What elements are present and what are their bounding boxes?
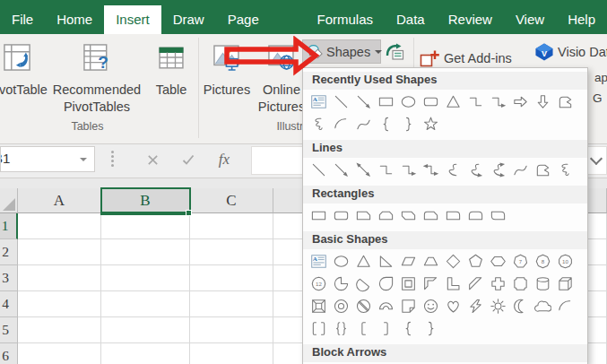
donut-icon[interactable] [330, 295, 352, 317]
arrow-right-icon[interactable] [509, 91, 532, 113]
text-box-icon[interactable]: A [308, 91, 330, 113]
left-brace-icon[interactable] [375, 113, 397, 135]
bevel-icon[interactable] [308, 295, 330, 317]
plaque-icon[interactable] [509, 273, 532, 295]
round-same-side-corner-rectangle-icon[interactable] [464, 204, 487, 227]
sun-icon[interactable] [487, 295, 509, 317]
decagon-icon[interactable]: 10 [554, 250, 577, 273]
line-arrow-double-icon[interactable] [352, 159, 375, 181]
lightning-bolt-icon[interactable] [464, 295, 487, 317]
elbow-double-arrow-connector-icon[interactable] [420, 159, 442, 181]
no-symbol-icon[interactable] [352, 295, 375, 317]
tab-file[interactable]: File [0, 5, 45, 34]
dodecagon-icon[interactable]: 12 [308, 273, 330, 295]
tab-help[interactable]: Help [556, 5, 607, 34]
right-bracket-icon[interactable] [375, 317, 397, 340]
regular-pentagon-icon[interactable] [464, 250, 487, 273]
column-header-A[interactable]: A [18, 188, 101, 213]
online-pictures-button[interactable]: Online Pictures [254, 39, 309, 116]
pictures-button[interactable]: Pictures [201, 39, 253, 99]
star-5-points-icon[interactable] [420, 113, 442, 135]
cell-A3[interactable] [18, 265, 101, 291]
line-icon[interactable] [330, 91, 352, 113]
enter-button[interactable] [176, 148, 201, 171]
cell-B5[interactable] [101, 317, 190, 343]
heptagon-icon[interactable]: 7 [509, 250, 532, 273]
tab-home[interactable]: Home [45, 5, 104, 34]
curved-arrow-connector-icon[interactable] [464, 159, 487, 181]
scribble-icon[interactable] [308, 113, 330, 135]
round-single-corner-rectangle-icon[interactable] [442, 204, 464, 227]
cell-C5[interactable] [190, 317, 273, 343]
elbow-arrow-connector-icon[interactable] [487, 91, 509, 113]
arc-icon[interactable] [330, 113, 352, 135]
snip-and-round-single-corner-rectangle-icon[interactable] [420, 204, 442, 227]
pie-icon[interactable] [330, 273, 352, 295]
curve-icon[interactable] [509, 159, 532, 181]
insert-function-button[interactable]: fx [212, 148, 237, 171]
rectangle-icon[interactable] [308, 204, 330, 227]
text-box-icon[interactable]: A [308, 250, 330, 273]
column-header-C[interactable]: C [190, 188, 273, 213]
cell-C2[interactable] [190, 239, 273, 265]
cell-B6[interactable] [101, 343, 190, 364]
row-header-4[interactable]: 4 [0, 291, 18, 317]
rectangle-icon[interactable] [375, 91, 397, 113]
round-diagonal-corner-rectangle-icon[interactable] [487, 204, 509, 227]
line-icon[interactable] [308, 159, 330, 181]
smiley-face-icon[interactable] [420, 295, 442, 317]
formula-bar-grip[interactable] [111, 151, 114, 167]
right-brace-icon[interactable] [420, 317, 442, 340]
get-addins-button[interactable]: Get Add-ins [420, 48, 512, 68]
cancel-button[interactable] [140, 148, 165, 171]
chord-icon[interactable] [352, 273, 375, 295]
tab-formulas[interactable]: Formulas [306, 5, 386, 34]
cell-C3[interactable] [190, 265, 273, 291]
folded-corner-icon[interactable] [397, 295, 420, 317]
cell-A5[interactable] [18, 317, 101, 343]
row-header-6[interactable]: 6 [0, 343, 18, 364]
trapezoid-icon[interactable] [420, 250, 442, 273]
freeform-icon[interactable] [532, 159, 554, 181]
tab-insert[interactable]: Insert [104, 5, 161, 34]
fill-handle[interactable] [186, 210, 192, 216]
selected-cell-B1[interactable] [100, 187, 191, 215]
pivottable-button[interactable]: PivotTable [0, 39, 47, 99]
rounded-rectangle-icon[interactable] [330, 204, 352, 227]
diagonal-stripe-icon[interactable] [464, 273, 487, 295]
cell-A2[interactable] [18, 239, 101, 265]
cell-A4[interactable] [18, 291, 101, 317]
moon-icon[interactable] [509, 295, 532, 317]
half-frame-icon[interactable] [420, 273, 442, 295]
can-icon[interactable] [532, 273, 554, 295]
snip-same-side-corner-rectangle-icon[interactable] [375, 204, 397, 227]
tab-view[interactable]: View [504, 5, 556, 34]
shapes-button[interactable]: Shapes [302, 39, 381, 64]
cell-B4[interactable] [101, 291, 190, 317]
cell-B1[interactable] [101, 213, 190, 239]
name-box[interactable]: B1 [0, 146, 95, 172]
curved-double-arrow-connector-icon[interactable] [487, 159, 509, 181]
snip-single-corner-rectangle-icon[interactable] [352, 204, 375, 227]
diamond-icon[interactable] [442, 250, 464, 273]
line-arrow-icon[interactable] [352, 91, 375, 113]
block-arc-icon[interactable] [375, 295, 397, 317]
line-arrow-icon[interactable] [330, 159, 352, 181]
left-bracket-icon[interactable] [352, 317, 375, 340]
recommended-pivottables-button[interactable]: ? Recommended PivotTables [47, 39, 147, 116]
row-header-3[interactable]: 3 [0, 265, 18, 291]
chevron-down-icon[interactable] [80, 158, 87, 161]
oval-icon[interactable] [330, 250, 352, 273]
cell-B2[interactable] [101, 239, 190, 265]
arc-icon[interactable] [554, 295, 577, 317]
right-triangle-icon[interactable] [375, 250, 397, 273]
curved-connector-icon[interactable] [442, 159, 464, 181]
row-header-2[interactable]: 2 [0, 239, 18, 265]
cube-icon[interactable] [554, 273, 577, 295]
cell-A1[interactable] [18, 213, 101, 239]
heart-icon[interactable] [442, 295, 464, 317]
scribble-icon[interactable] [554, 159, 577, 181]
elbow-arrow-connector-icon[interactable] [397, 159, 420, 181]
right-brace-icon[interactable] [397, 113, 420, 135]
tab-review[interactable]: Review [437, 5, 504, 34]
